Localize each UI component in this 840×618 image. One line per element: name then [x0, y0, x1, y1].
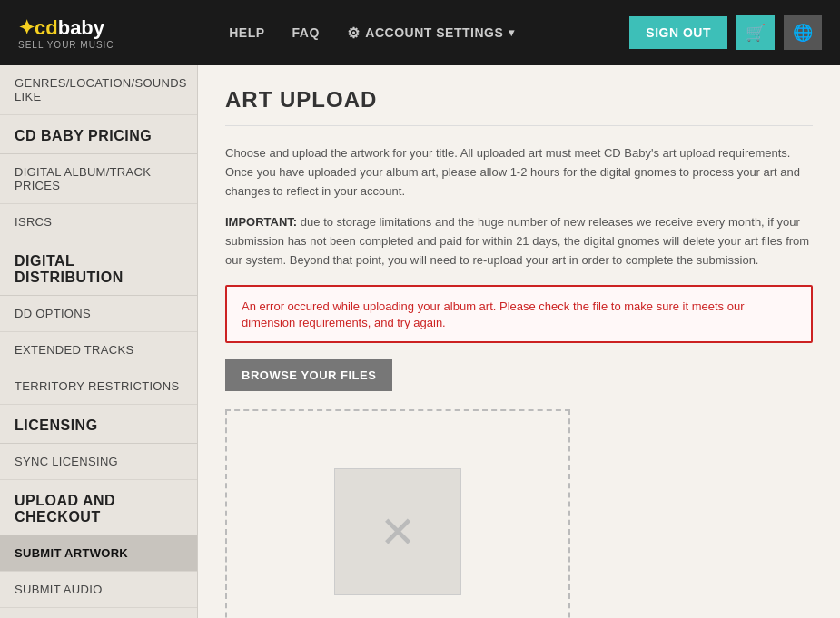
browse-files-button[interactable]: BROWSE YOUR FILES	[225, 359, 392, 391]
sidebar-item-isrcs[interactable]: ISRCS	[0, 204, 197, 240]
sidebar-item-digital-album-prices[interactable]: DIGITAL ALBUM/TRACK PRICES	[0, 154, 197, 204]
chevron-down-icon: ▾	[509, 26, 515, 39]
sidebar-item-submit-audio[interactable]: SUBMIT AUDIO	[0, 572, 197, 608]
sidebar: GENRES/LOCATION/SOUNDS LIKE CD BABY PRIC…	[0, 65, 198, 618]
sidebar-section-cd-baby-pricing: CD BABY PRICING	[0, 115, 197, 154]
description-paragraph-1: Choose and upload the artwork for your t…	[225, 144, 813, 201]
sidebar-item-sync-licensing[interactable]: SYNC LICENSING	[0, 444, 197, 480]
sidebar-item-genres[interactable]: GENRES/LOCATION/SOUNDS LIKE	[0, 65, 197, 115]
globe-icon: 🌐	[793, 23, 813, 43]
header: ✦cdbaby SELL YOUR MUSIC HELP FAQ ⚙ ACCOU…	[0, 0, 840, 65]
help-link[interactable]: HELP	[229, 25, 264, 40]
account-settings-button[interactable]: ⚙ ACCOUNT SETTINGS ▾	[347, 25, 515, 42]
page-title: ART UPLOAD	[225, 87, 813, 126]
logo-subtitle: SELL YOUR MUSIC	[18, 40, 114, 50]
main-layout: GENRES/LOCATION/SOUNDS LIKE CD BABY PRIC…	[0, 65, 840, 618]
sidebar-item-submit-artwork[interactable]: SUBMIT ARTWORK	[0, 535, 197, 572]
logo-baby-letters: baby	[58, 16, 104, 39]
cart-button[interactable]: 🛒	[736, 15, 775, 50]
sidebar-item-title-overview[interactable]: TITLE OVERVIEW	[0, 608, 197, 618]
x-icon: ✕	[380, 506, 416, 557]
sidebar-section-upload-checkout: UPLOAD AND CHECKOUT	[0, 480, 197, 535]
sidebar-section-digital-distribution: DIGITAL DISTRIBUTION	[0, 240, 197, 296]
important-body: due to storage limitations and the huge …	[225, 215, 809, 267]
important-label: IMPORTANT:	[225, 215, 297, 229]
error-message: An error occured while uploading your al…	[242, 299, 745, 329]
description-paragraph-2: IMPORTANT: due to storage limitations an…	[225, 213, 813, 270]
logo-cd-letters: cd	[35, 16, 58, 39]
upload-placeholder: ✕	[334, 468, 461, 595]
upload-area[interactable]: ✕	[225, 409, 570, 618]
main-content: ART UPLOAD Choose and upload the artwork…	[198, 65, 840, 618]
logo: ✦cdbaby SELL YOUR MUSIC	[18, 16, 114, 50]
cart-icon: 🛒	[746, 23, 766, 43]
globe-button[interactable]: 🌐	[784, 15, 822, 50]
sidebar-item-territory-restrictions[interactable]: TERRITORY RESTRICTIONS	[0, 368, 197, 405]
account-settings-label: ACCOUNT SETTINGS	[365, 25, 503, 40]
logo-cd-text: ✦cdbaby	[18, 16, 104, 39]
main-nav: HELP FAQ ⚙ ACCOUNT SETTINGS ▾	[229, 25, 515, 42]
error-box: An error occured while uploading your al…	[225, 285, 813, 343]
header-right: SIGN OUT 🛒 🌐	[629, 15, 822, 50]
description-block: Choose and upload the artwork for your t…	[225, 144, 813, 270]
sidebar-item-dd-options[interactable]: DD OPTIONS	[0, 296, 197, 332]
gear-icon: ⚙	[347, 25, 361, 42]
sign-out-button[interactable]: SIGN OUT	[629, 16, 727, 49]
sidebar-section-licensing: LICENSING	[0, 405, 197, 444]
sidebar-item-extended-tracks[interactable]: EXTENDED TRACKS	[0, 332, 197, 368]
faq-link[interactable]: FAQ	[292, 25, 320, 40]
